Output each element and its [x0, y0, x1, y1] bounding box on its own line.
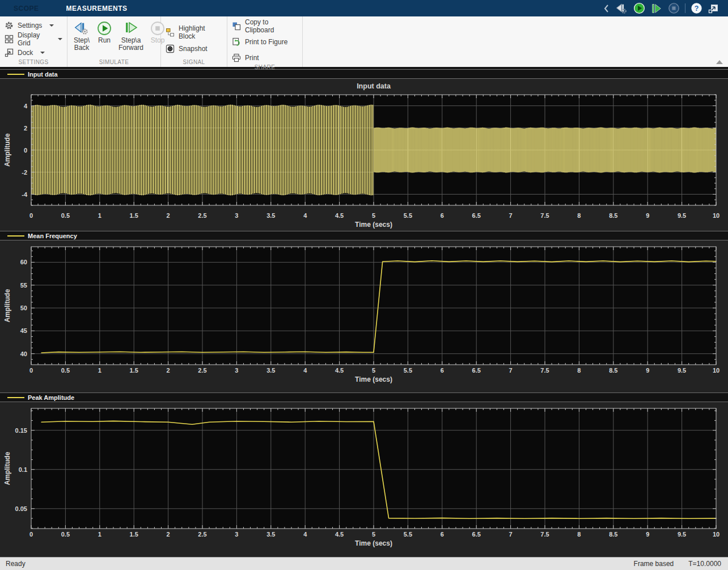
svg-text:9.5: 9.5: [678, 212, 686, 219]
svg-text:2.5: 2.5: [198, 367, 206, 374]
svg-text:Amplitude: Amplitude: [3, 289, 11, 322]
svg-text:Time (secs): Time (secs): [355, 375, 392, 383]
plot-canvas-peak-amplitude[interactable]: 00.511.522.533.544.555.566.577.588.599.5…: [0, 402, 728, 555]
chevron-down-icon[interactable]: [58, 38, 62, 40]
svg-text:2: 2: [167, 212, 170, 219]
share-group-label: SHARE: [227, 64, 302, 72]
svg-text:9.5: 9.5: [678, 367, 686, 374]
chevron-left-icon[interactable]: [603, 3, 610, 14]
snapshot-button[interactable]: Snapshot: [166, 43, 222, 55]
svg-text:3: 3: [235, 212, 238, 219]
svg-text:-4: -4: [22, 191, 28, 198]
chevron-down-icon[interactable]: [49, 24, 54, 27]
plot-canvas-input-data[interactable]: 00.511.522.533.544.555.566.577.588.599.5…: [0, 79, 728, 230]
quick-access-toolbar: ?: [603, 0, 728, 16]
svg-text:3.5: 3.5: [266, 212, 275, 219]
svg-text:0.15: 0.15: [15, 427, 27, 434]
chevron-down-icon[interactable]: [40, 52, 45, 54]
svg-text:7.5: 7.5: [540, 531, 549, 538]
svg-text:6.5: 6.5: [472, 531, 481, 538]
run-label: Run: [98, 37, 111, 44]
step-forward-quick-button[interactable]: [650, 3, 663, 14]
svg-text:1.5: 1.5: [130, 367, 138, 374]
frame-mode-text: Frame based: [634, 560, 674, 568]
stop-quick-button[interactable]: [668, 2, 680, 14]
svg-text:1: 1: [98, 531, 101, 538]
step-forward-button[interactable]: Step\a Forward: [118, 20, 143, 52]
svg-text:10: 10: [713, 367, 719, 374]
print-to-figure-button[interactable]: Print to Figure: [232, 36, 298, 48]
print-to-figure-icon: [232, 37, 241, 47]
sim-time-text: T=10.0000: [688, 560, 721, 568]
svg-text:4: 4: [303, 212, 307, 219]
svg-text:9: 9: [646, 212, 649, 219]
svg-text:0.05: 0.05: [15, 505, 27, 512]
svg-text:6: 6: [441, 367, 444, 374]
svg-text:4: 4: [303, 531, 307, 538]
snapshot-icon: [166, 44, 175, 53]
legend-item-mean-frequency[interactable]: Mean Frequency: [7, 233, 77, 239]
svg-text:0: 0: [29, 367, 33, 374]
legend-line-swatch: [7, 235, 24, 237]
svg-text:Amplitude: Amplitude: [3, 133, 11, 167]
peak-amplitude-panel: Peak Amplitude 00.511.522.533.544.555.56…: [0, 392, 728, 555]
svg-text:Time (secs): Time (secs): [355, 539, 392, 547]
svg-text:5: 5: [372, 531, 375, 538]
svg-text:5: 5: [372, 367, 375, 374]
tab-measurements[interactable]: MEASUREMENTS: [53, 0, 141, 16]
undock-icon[interactable]: [708, 2, 720, 15]
svg-text:4.5: 4.5: [335, 212, 344, 219]
print-button[interactable]: Print: [232, 52, 298, 64]
svg-text:1.5: 1.5: [130, 531, 138, 538]
simulate-group-label: SIMULATE: [67, 59, 160, 67]
svg-text:4: 4: [303, 367, 307, 374]
run-button[interactable]: Run: [97, 20, 112, 44]
svg-text:7.5: 7.5: [540, 212, 549, 219]
step-forward-label: Step\a Forward: [118, 37, 143, 52]
legend-item-peak-amplitude[interactable]: Peak Amplitude: [7, 394, 74, 401]
legend-bar-input-data: Input data: [0, 69, 728, 79]
display-grid-button[interactable]: Display Grid: [5, 33, 62, 45]
dock-button[interactable]: Dock: [5, 47, 62, 59]
collapse-toolstrip-button[interactable]: [716, 60, 723, 64]
run-icon: [97, 21, 112, 36]
signal-group: Highlight Block Snapshot SIGNAL: [161, 16, 227, 67]
svg-text:8: 8: [577, 212, 581, 219]
svg-text:2: 2: [167, 531, 170, 538]
legend-item-input-data[interactable]: Input data: [7, 71, 58, 78]
display-grid-label: Display Grid: [18, 31, 50, 47]
svg-text:0: 0: [29, 531, 33, 538]
step-back-quick-button[interactable]: [615, 3, 628, 14]
svg-text:0.5: 0.5: [61, 531, 70, 538]
svg-text:6: 6: [441, 212, 444, 219]
svg-text:40: 40: [20, 351, 27, 357]
input-data-panel: Input data 00.511.522.533.544.555.566.57…: [0, 69, 728, 230]
help-icon[interactable]: ?: [691, 2, 702, 14]
tab-scope[interactable]: SCOPE: [0, 0, 53, 16]
copy-to-clipboard-button[interactable]: Copy to Clipboard: [232, 20, 298, 32]
toolstrip: Settings Display Grid: [0, 16, 728, 69]
svg-text:4.5: 4.5: [335, 531, 344, 538]
svg-text:2.5: 2.5: [198, 212, 206, 219]
svg-text:5.5: 5.5: [404, 212, 412, 219]
svg-text:8.5: 8.5: [609, 531, 617, 538]
display-grid-icon: [5, 35, 14, 44]
svg-text:6.5: 6.5: [472, 367, 481, 374]
step-back-button[interactable]: Step\ Back: [73, 20, 90, 52]
svg-text:3: 3: [235, 367, 238, 374]
highlight-block-button[interactable]: Highlight Block: [166, 26, 222, 39]
svg-text:7: 7: [509, 531, 513, 538]
settings-button[interactable]: Settings: [5, 19, 62, 32]
settings-group: Settings Display Grid: [0, 16, 67, 67]
run-quick-button[interactable]: [633, 2, 645, 14]
legend-line-swatch: [7, 74, 24, 75]
scope-window: SCOPE MEASUREMENTS: [0, 0, 728, 570]
legend-label: Peak Amplitude: [28, 394, 74, 401]
svg-text:8: 8: [577, 531, 581, 538]
svg-text:5.5: 5.5: [404, 531, 412, 538]
svg-text:7: 7: [509, 212, 513, 219]
mean-frequency-panel: Mean Frequency 00.511.522.533.544.555.56…: [0, 231, 728, 391]
plot-canvas-mean-frequency[interactable]: 00.511.522.533.544.555.566.577.588.599.5…: [0, 240, 728, 391]
svg-text:10: 10: [713, 531, 719, 538]
toolstrip-tab-bar: SCOPE MEASUREMENTS: [0, 0, 728, 16]
